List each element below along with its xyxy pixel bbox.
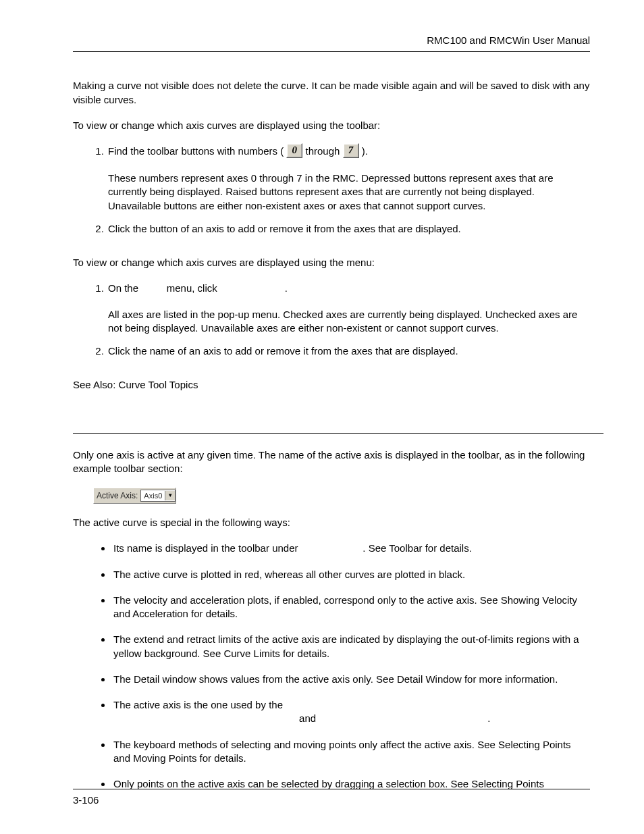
active-axis-value: Axis0: [141, 491, 165, 501]
header-title: RMC100 and RMCWin User Manual: [427, 34, 590, 46]
list-text: ).: [362, 145, 368, 157]
body-paragraph: Making a curve not visible does not dele…: [73, 79, 590, 107]
axis-7-button-icon: 7: [343, 143, 359, 158]
page-footer: 3-106: [73, 789, 590, 807]
list-item: Click the name of an axis to add or remo…: [107, 344, 590, 358]
list-text: Click the name of an axis to add or remo…: [108, 345, 458, 357]
numbered-list: On the menu, click . All axes are listed…: [66, 282, 590, 358]
list-item: On the menu, click . All axes are listed…: [107, 282, 590, 335]
list-item: The keyboard methods of selecting and mo…: [112, 738, 590, 766]
body-paragraph: To view or change which axis curves are …: [73, 119, 590, 132]
page-content: Making a curve not visible does not dele…: [73, 79, 590, 791]
section-divider: [73, 433, 603, 434]
list-subtext: All axes are listed in the pop-up menu. …: [108, 308, 590, 336]
body-paragraph: Only one axis is active at any given tim…: [73, 448, 590, 476]
list-item: Find the toolbar buttons with numbers ( …: [107, 145, 590, 213]
chevron-down-icon: ▼: [165, 491, 175, 500]
list-text: through: [305, 145, 342, 157]
bullet-list: Its name is displayed in the toolbar und…: [73, 542, 590, 791]
numbered-list: Find the toolbar buttons with numbers ( …: [66, 145, 590, 236]
list-item: The active axis is the one used by the a…: [112, 698, 590, 726]
list-item: The Detail window shows values from the …: [112, 673, 590, 686]
body-paragraph: To view or change which axis curves are …: [73, 256, 590, 269]
page-header: RMC100 and RMCWin User Manual: [73, 34, 590, 52]
body-paragraph: The active curve is special in the follo…: [73, 516, 590, 529]
active-axis-dropdown[interactable]: Axis0 ▼: [140, 490, 176, 502]
active-axis-toolbar: Active Axis: Axis0 ▼: [93, 488, 176, 504]
list-text: Click the button of an axis to add or re…: [108, 223, 461, 234]
page: RMC100 and RMCWin User Manual Making a c…: [0, 0, 644, 834]
see-also: See Also: Curve Tool Topics: [73, 378, 590, 392]
list-text: Find the toolbar buttons with numbers (: [108, 145, 284, 157]
page-number: 3-106: [73, 794, 99, 806]
list-item: Its name is displayed in the toolbar und…: [112, 542, 590, 555]
active-axis-label: Active Axis:: [94, 490, 140, 501]
list-item: The extend and retract limits of the act…: [112, 633, 590, 660]
list-item: The velocity and acceleration plots, if …: [112, 594, 590, 621]
axis-0-button-icon: 0: [286, 143, 302, 158]
list-item: The active curve is plotted in red, wher…: [112, 568, 590, 581]
list-item: Click the button of an axis to add or re…: [107, 222, 590, 236]
list-subtext: These numbers represent axes 0 through 7…: [108, 172, 590, 213]
list-text: On the menu, click .: [108, 282, 288, 294]
